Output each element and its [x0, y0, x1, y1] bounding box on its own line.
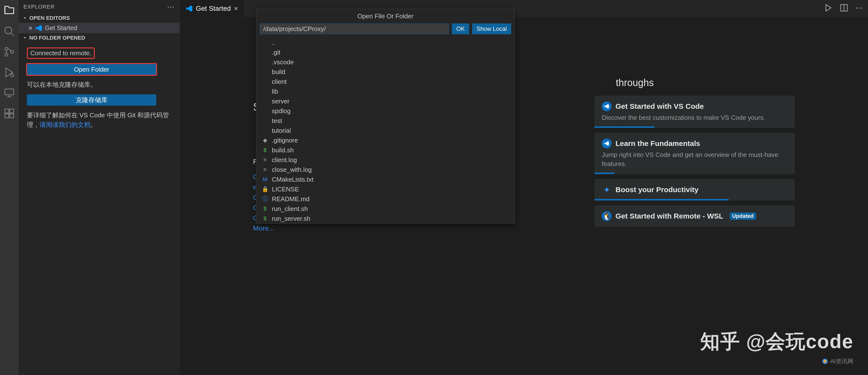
file-list-item[interactable]: build: [256, 67, 515, 77]
svg-point-12: [824, 360, 827, 363]
walkthrough-card[interactable]: Learn the FundamentalsJump right into VS…: [594, 133, 795, 174]
file-list-item[interactable]: test: [256, 116, 515, 126]
activity-bar: [0, 0, 19, 375]
file-list-item[interactable]: ◆.gitignore: [256, 136, 515, 145]
close-icon[interactable]: ×: [28, 24, 33, 32]
folder-icon: [261, 127, 269, 134]
walkthrough-card[interactable]: Get Started with VS CodeDiscover the bes…: [594, 95, 795, 128]
dialog-title: Open File Or Folder: [256, 9, 515, 24]
sh-file-icon: $: [261, 215, 269, 222]
log-file-icon: ≡: [261, 166, 269, 173]
svg-point-0: [5, 27, 12, 34]
svg-rect-6: [5, 109, 9, 113]
recent-more[interactable]: More...: [253, 224, 274, 232]
linux-icon: 🐧: [602, 211, 612, 221]
file-list-item[interactable]: .vscode: [256, 57, 515, 67]
sh-file-icon: $: [261, 205, 269, 212]
search-icon[interactable]: [3, 25, 15, 37]
file-list-item[interactable]: client: [256, 77, 515, 87]
file-list-item[interactable]: ≡client.log: [256, 155, 515, 165]
svg-point-2: [5, 53, 8, 56]
folder-icon: [261, 98, 269, 105]
logo-icon: [822, 358, 828, 365]
cmake-file-icon: M: [261, 176, 269, 183]
vscode-icon: [602, 139, 612, 148]
file-list-item[interactable]: .git: [256, 48, 515, 57]
svg-rect-9: [10, 114, 14, 118]
license-file-icon: 🔒: [261, 186, 269, 193]
star-icon: ✦: [602, 185, 612, 195]
docs-text: 要详细了解如何在 VS Code 中使用 Git 和源代码管理，请阅读我们的文档…: [27, 111, 172, 129]
ok-button[interactable]: OK: [452, 24, 469, 34]
vscode-icon: [35, 24, 42, 32]
file-list-item[interactable]: lib: [256, 87, 515, 96]
file-list-item[interactable]: tutorial: [256, 126, 515, 136]
folder-icon: [261, 78, 269, 85]
editor-actions: ⋯: [824, 3, 863, 12]
file-list-item[interactable]: spdlog: [256, 106, 515, 116]
progress-bar: [594, 126, 655, 128]
open-editors-header[interactable]: OPEN EDITORS: [19, 13, 180, 23]
svg-point-4: [11, 74, 14, 77]
sh-file-icon: $: [261, 147, 269, 153]
file-list-item[interactable]: ..: [256, 38, 515, 48]
git-file-icon: ◆: [261, 137, 269, 144]
svg-rect-8: [5, 114, 9, 118]
open-folder-button[interactable]: Open Folder: [27, 64, 156, 75]
updated-badge: Updated: [730, 212, 756, 220]
folder-icon: [261, 108, 269, 114]
file-list-item[interactable]: 🔒LICENSE: [256, 184, 515, 194]
explorer-icon[interactable]: [3, 5, 15, 17]
clone-hint: 可以在本地克隆存储库。: [27, 80, 172, 89]
split-editor-icon[interactable]: [840, 3, 848, 12]
progress-bar: [594, 199, 728, 200]
file-list-item[interactable]: server: [256, 96, 515, 106]
file-list-item[interactable]: ⓘREADME.md: [256, 194, 515, 204]
remote-explorer-icon[interactable]: [3, 87, 15, 99]
run-icon[interactable]: [824, 3, 833, 12]
vscode-icon: [186, 5, 193, 12]
no-folder-header[interactable]: NO FOLDER OPENED: [19, 33, 180, 42]
tab-get-started[interactable]: Get Started ×: [180, 0, 244, 17]
folder-icon: [261, 68, 269, 75]
file-list-item[interactable]: $run_client.sh: [256, 204, 515, 214]
walkthroughs-heading: Walkthroughs: [594, 77, 795, 88]
watermark: 知乎 @会玩code AI资讯网: [700, 328, 854, 365]
vscode-icon: [602, 102, 612, 111]
svg-point-1: [5, 48, 8, 50]
file-list: ...git.vscodebuildclientlibserverspdlogt…: [256, 38, 515, 224]
extensions-icon[interactable]: [3, 108, 15, 119]
file-list-item[interactable]: ≡close_with.log: [256, 165, 515, 175]
svg-rect-7: [10, 109, 14, 113]
show-local-button[interactable]: Show Local: [472, 24, 511, 34]
folder-icon: [261, 49, 269, 56]
log-file-icon: ≡: [261, 156, 269, 163]
file-list-item[interactable]: $run_server.sh: [256, 214, 515, 224]
folder-icon: [261, 59, 269, 65]
walkthrough-card[interactable]: ✦Boost your Productivity: [594, 179, 795, 200]
explorer-title: EXPLORER: [24, 4, 55, 10]
run-debug-icon[interactable]: [3, 66, 15, 78]
info-file-icon: ⓘ: [261, 196, 269, 202]
more-icon[interactable]: ⋯: [855, 3, 863, 12]
clone-repo-button[interactable]: 克隆存储库: [27, 94, 156, 106]
close-icon[interactable]: ×: [234, 4, 238, 13]
progress-bar: [594, 173, 615, 174]
open-file-dialog: Open File Or Folder OK Show Local ...git…: [256, 9, 515, 224]
folder-icon: [261, 39, 269, 46]
docs-link[interactable]: 请阅读我们的文档: [39, 121, 90, 128]
open-editor-item[interactable]: × Get Started: [19, 23, 180, 33]
folder-icon: [261, 117, 269, 124]
source-control-icon[interactable]: [3, 46, 15, 58]
more-icon[interactable]: ⋯: [167, 2, 175, 11]
folder-icon: [261, 88, 269, 95]
remote-status: Connected to remote.: [27, 48, 95, 59]
svg-point-3: [11, 50, 14, 53]
file-list-item[interactable]: $build.sh: [256, 145, 515, 155]
walkthrough-card[interactable]: 🐧Get Started with Remote - WSLUpdated: [594, 205, 795, 227]
file-list-item[interactable]: MCMakeLists.txt: [256, 175, 515, 184]
svg-rect-5: [5, 89, 14, 95]
explorer-sidebar: EXPLORER ⋯ OPEN EDITORS × Get Started NO…: [19, 0, 180, 375]
path-input[interactable]: [259, 24, 449, 34]
